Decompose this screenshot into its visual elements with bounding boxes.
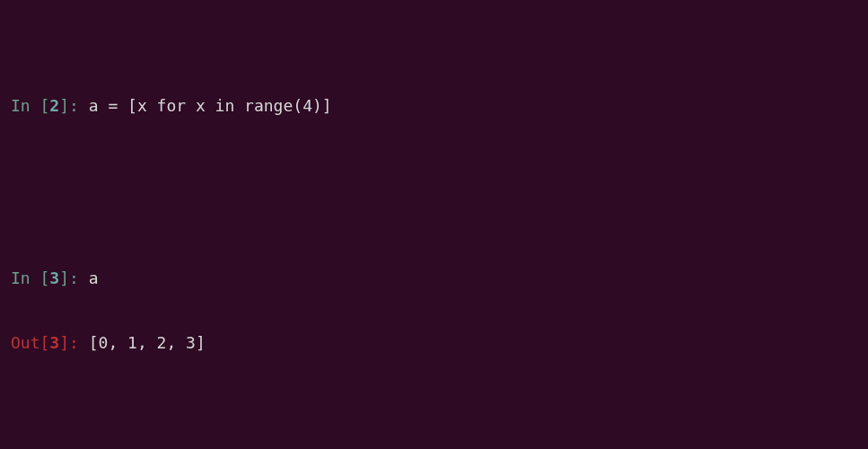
out-line: Out[3]: [0, 1, 2, 3] (11, 332, 857, 354)
in-prompt-prefix: In [ (11, 96, 49, 115)
out-prompt-prefix: Out[ (11, 333, 49, 352)
in-prompt-prefix: In [ (11, 269, 49, 287)
out-prompt-number: 3 (49, 333, 59, 352)
in-prompt-number: 3 (49, 269, 59, 287)
input-code: a (89, 269, 99, 287)
ipython-terminal[interactable]: In [2]: a = [x for x in range(4)] In [3]… (0, 0, 868, 449)
in-line: In [3]: a (11, 268, 857, 289)
input-code: a = [x for x in range(4)] (89, 96, 332, 115)
output-value: [0, 1, 2, 3] (89, 333, 206, 352)
out-prompt-suffix: ]: (59, 333, 89, 352)
in-prompt-suffix: ]: (59, 96, 89, 115)
in-prompt-suffix: ]: (59, 269, 89, 287)
blank-line (11, 397, 857, 418)
in-line: In [2]: a = [x for x in range(4)] (11, 95, 857, 117)
in-prompt-number: 2 (49, 96, 59, 115)
blank-line (11, 160, 857, 181)
